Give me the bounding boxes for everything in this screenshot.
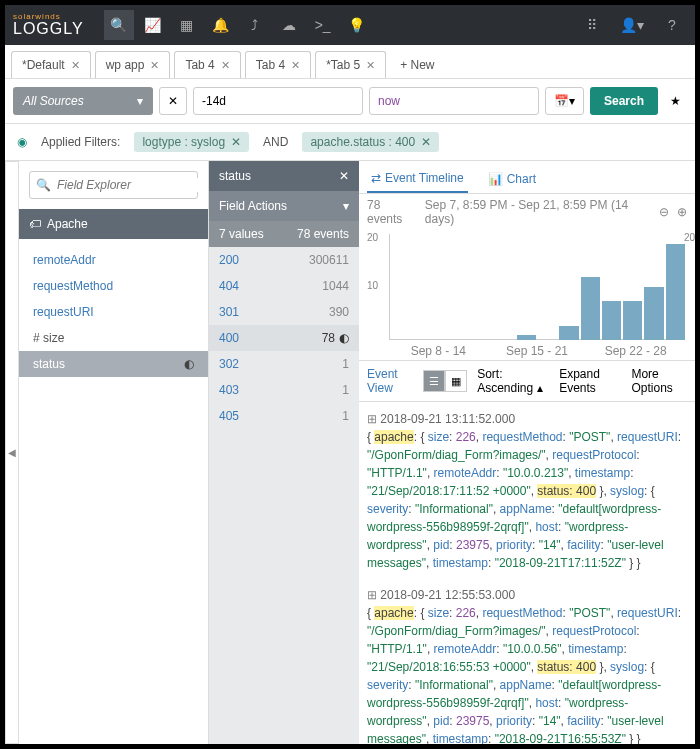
event-view-label: Event View — [367, 367, 413, 395]
value-row[interactable]: 40078 ◐ — [209, 325, 359, 351]
section-header[interactable]: 🏷 Apache — [19, 209, 208, 239]
close-tab-icon[interactable]: ✕ — [221, 59, 230, 72]
star-icon[interactable]: ★ — [664, 88, 687, 114]
field-item[interactable]: remoteAddr — [19, 247, 208, 273]
logo: solarwinds LOGGLY — [13, 13, 84, 37]
clear-sources-button[interactable]: ✕ — [159, 87, 187, 115]
zoom-in-icon[interactable]: ⊕ — [677, 205, 687, 219]
chart-bar[interactable] — [666, 244, 685, 340]
time-range: Sep 7, 8:59 PM - Sep 21, 8:59 PM (14 day… — [425, 198, 651, 226]
collapse-sidebar-button[interactable]: ◀ — [5, 161, 19, 744]
event-toolbar: Event View ☰ ▦ Sort: Ascending ▴ Expand … — [359, 360, 695, 402]
apps-icon[interactable]: ⠿ — [577, 10, 607, 40]
filter-pill[interactable]: logtype : syslog✕ — [134, 132, 249, 152]
close-tab-icon[interactable]: ✕ — [291, 59, 300, 72]
chart-bar[interactable] — [581, 277, 600, 340]
top-nav: solarwinds LOGGLY 🔍 📈 ▦ 🔔 ⤴ ☁ >_ 💡 ⠿ 👤▾ … — [5, 5, 695, 45]
chart-icon[interactable]: 📈 — [138, 10, 168, 40]
value-row[interactable]: 4041044 — [209, 273, 359, 299]
field-item[interactable]: requestMethod — [19, 273, 208, 299]
remove-filter-icon[interactable]: ✕ — [421, 135, 431, 149]
timeline-icon: ⇄ — [371, 171, 381, 185]
field-explorer-search[interactable]: 🔍 — [29, 171, 198, 199]
chart-icon: 📊 — [488, 172, 503, 186]
close-tab-icon[interactable]: ✕ — [150, 59, 159, 72]
results-panel: ⇄Event Timeline 📊Chart 78 events Sep 7, … — [359, 161, 695, 744]
zoom-out-icon[interactable]: ⊖ — [659, 205, 669, 219]
time-from-input[interactable] — [193, 87, 363, 115]
workspace-tab[interactable]: wp app✕ — [95, 51, 171, 78]
value-row[interactable]: 200300611 — [209, 247, 359, 273]
search-bar: All Sources ✕ 📅▾ Search ★ — [5, 79, 695, 124]
filters-label: Applied Filters: — [41, 135, 120, 149]
tab-chart[interactable]: 📊Chart — [484, 165, 540, 193]
applied-filters-bar: ◉ Applied Filters: logtype : syslog✕ AND… — [5, 124, 695, 161]
filter-pill[interactable]: apache.status : 400✕ — [302, 132, 439, 152]
chart-bar[interactable] — [644, 287, 663, 340]
workspace-tabs: *Default✕wp app✕Tab 4✕Tab 4✕*Tab 5✕+ New — [5, 45, 695, 79]
field-item[interactable]: requestURI — [19, 299, 208, 325]
workspace-tab[interactable]: Tab 4✕ — [245, 51, 311, 78]
workspace-tab[interactable]: *Default✕ — [11, 51, 91, 78]
workspace-tab[interactable]: *Tab 5✕ — [315, 51, 386, 78]
search-button[interactable]: Search — [590, 87, 658, 115]
tab-event-timeline[interactable]: ⇄Event Timeline — [367, 165, 468, 193]
field-values-panel: status ✕ Field Actions 7 values78 events… — [209, 161, 359, 744]
eye-icon[interactable]: ◉ — [17, 135, 27, 149]
chart-bar[interactable] — [623, 301, 642, 340]
sources-dropdown[interactable]: All Sources — [13, 87, 153, 115]
cloud-icon[interactable]: ☁ — [274, 10, 304, 40]
close-tab-icon[interactable]: ✕ — [366, 59, 375, 72]
event-count: 78 events — [367, 198, 417, 226]
log-event[interactable]: ⊞ 2018-09-21 13:11:52.000{ apache: { siz… — [367, 410, 687, 572]
event-list[interactable]: ⊞ 2018-09-21 13:11:52.000{ apache: { siz… — [359, 402, 695, 744]
dashboard-icon[interactable]: ▦ — [172, 10, 202, 40]
chart-bar[interactable] — [559, 326, 578, 340]
field-item[interactable]: # size — [19, 325, 208, 351]
field-sidebar: 🔍 🏷 Apache remoteAddrrequestMethodreques… — [19, 161, 209, 744]
terminal-icon[interactable]: >_ — [308, 10, 338, 40]
value-row[interactable]: 4031 — [209, 377, 359, 403]
field-panel-header: status ✕ — [209, 161, 359, 191]
value-row[interactable]: 4051 — [209, 403, 359, 429]
bulb-icon[interactable]: 💡 — [342, 10, 372, 40]
branch-icon[interactable]: ⤴ — [240, 10, 270, 40]
search-icon: 🔍 — [36, 178, 51, 192]
values-header: 7 values78 events — [209, 221, 359, 247]
time-to-input[interactable] — [369, 87, 539, 115]
chart-bar[interactable] — [602, 301, 621, 340]
workspace-tab[interactable]: Tab 4✕ — [174, 51, 240, 78]
field-item[interactable]: status◐ — [19, 351, 208, 377]
calendar-icon[interactable]: 📅▾ — [545, 87, 584, 115]
list-view-button[interactable]: ☰ — [423, 370, 445, 392]
expand-events-button[interactable]: Expand Events — [559, 367, 621, 395]
grid-view-button[interactable]: ▦ — [445, 370, 467, 392]
value-row[interactable]: 3021 — [209, 351, 359, 377]
sort-dropdown[interactable]: Sort: Ascending ▴ — [477, 367, 549, 395]
bell-icon[interactable]: 🔔 — [206, 10, 236, 40]
help-icon[interactable]: ? — [657, 10, 687, 40]
user-icon[interactable]: 👤▾ — [617, 10, 647, 40]
field-actions-dropdown[interactable]: Field Actions — [209, 191, 359, 221]
close-tab-icon[interactable]: ✕ — [71, 59, 80, 72]
timeline-chart[interactable]: 20 10 20 Sep 8 - 14Sep 15 - 21Sep 22 - 2… — [359, 230, 695, 360]
new-tab-button[interactable]: + New — [390, 52, 444, 78]
value-row[interactable]: 301390 — [209, 299, 359, 325]
more-options-button[interactable]: More Options — [631, 367, 687, 395]
field-explorer-input[interactable] — [57, 178, 208, 192]
chart-bar[interactable] — [517, 335, 536, 340]
close-panel-icon[interactable]: ✕ — [339, 169, 349, 183]
log-event[interactable]: ⊞ 2018-09-21 12:55:53.000{ apache: { siz… — [367, 586, 687, 744]
remove-filter-icon[interactable]: ✕ — [231, 135, 241, 149]
tag-icon: 🏷 — [29, 217, 41, 231]
search-icon[interactable]: 🔍 — [104, 10, 134, 40]
